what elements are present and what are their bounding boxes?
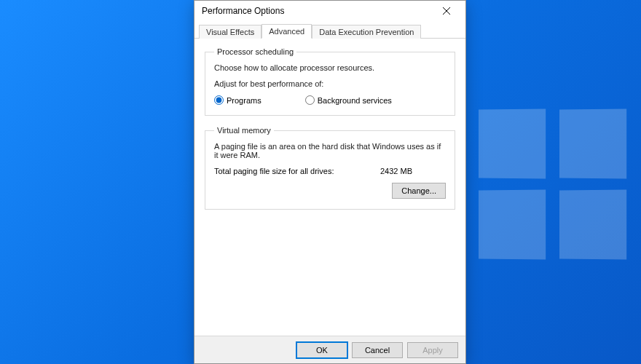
virtual-memory-group: Virtual memory A paging file is an area … — [205, 126, 455, 210]
close-icon — [443, 7, 450, 15]
tabstrip: Visual Effects Advanced Data Execution P… — [194, 21, 465, 39]
dialog-footer: OK Cancel Apply — [194, 336, 465, 363]
processor-scheduling-desc: Choose how to allocate processor resourc… — [214, 63, 446, 72]
virtual-memory-legend: Virtual memory — [214, 126, 274, 135]
processor-scheduling-legend: Processor scheduling — [214, 47, 296, 56]
processor-scheduling-group: Processor scheduling Choose how to alloc… — [205, 47, 455, 116]
radio-background-input[interactable] — [305, 95, 315, 105]
tab-data-execution-prevention[interactable]: Data Execution Prevention — [312, 25, 421, 39]
windows-logo-icon — [477, 109, 627, 259]
apply-button[interactable]: Apply — [407, 342, 458, 358]
tab-visual-effects[interactable]: Visual Effects — [199, 25, 261, 39]
radio-background-label: Background services — [318, 96, 392, 105]
close-button[interactable] — [432, 2, 461, 20]
adjust-performance-label: Adjust for best performance of: — [214, 79, 446, 88]
radio-background-services[interactable]: Background services — [305, 95, 392, 105]
tab-content-advanced: Processor scheduling Choose how to alloc… — [194, 39, 465, 336]
cancel-button[interactable]: Cancel — [352, 342, 403, 358]
radio-programs-label: Programs — [227, 96, 261, 105]
performance-options-dialog: Performance Options Visual Effects Advan… — [194, 0, 466, 364]
virtual-memory-desc: A paging file is an area on the hard dis… — [214, 142, 446, 159]
change-button[interactable]: Change... — [392, 183, 446, 199]
ok-button[interactable]: OK — [296, 342, 347, 358]
total-paging-label: Total paging file size for all drives: — [214, 167, 380, 175]
radio-programs[interactable]: Programs — [214, 95, 261, 105]
tab-advanced[interactable]: Advanced — [261, 24, 312, 39]
titlebar: Performance Options — [194, 1, 465, 21]
total-paging-value: 2432 MB — [380, 167, 446, 175]
radio-programs-input[interactable] — [214, 95, 224, 105]
window-title: Performance Options — [202, 6, 432, 16]
